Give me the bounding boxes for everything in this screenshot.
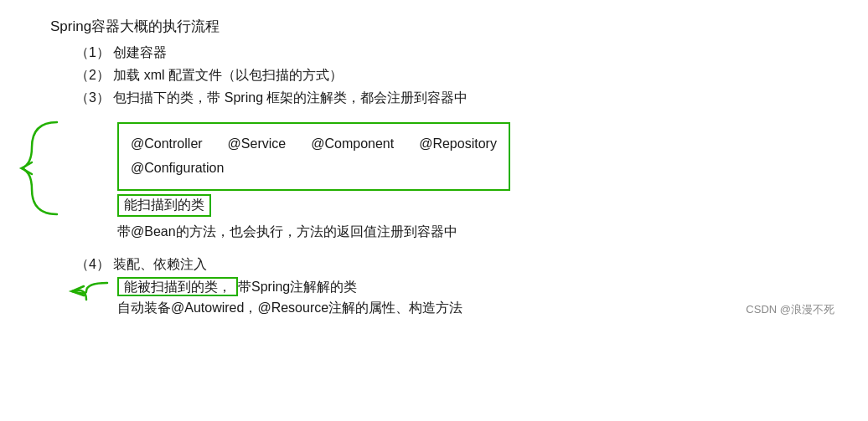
annotation-row-2: @Configuration [131,157,497,181]
title: Spring容器大概的执行流程 [50,17,834,36]
scannable-label2: 能被扫描到的类， [117,277,238,296]
left-arrow-small [65,279,116,304]
annotations-box: @Controller @Service @Component @Reposit… [117,122,510,191]
annotation-component: @Component [311,132,394,157]
annotation-controller: @Controller [131,132,203,157]
step1: （1） 创建容器 [75,44,834,62]
main-content: Spring容器大概的执行流程 （1） 创建容器 （2） 加载 xml 配置文件… [67,17,834,317]
step3: （3） 包扫描下的类，带 Spring 框架的注解类，都会注册到容器中 [75,90,834,107]
annotation-repository: @Repository [419,132,497,157]
left-bracket-arrow [15,114,65,223]
annotation-service: @Service [228,132,287,157]
annotation-configuration: @Configuration [131,157,224,181]
autowired-note: 自动装备@Autowired，@Resource注解的属性、构造方法 [117,300,834,317]
annotation-row-1: @Controller @Service @Component @Reposit… [131,132,497,157]
step4: （4） 装配、依赖注入 [75,256,834,274]
spring-annotation-suffix: 带Spring注解解的类 [238,280,357,294]
bean-method-note: 带@Bean的方法，也会执行，方法的返回值注册到容器中 [117,223,834,241]
scannable-label: 能扫描到的类 [117,194,211,217]
watermark: CSDN @浪漫不死 [746,302,834,317]
step2: （2） 加载 xml 配置文件（以包扫描的方式） [75,67,834,85]
